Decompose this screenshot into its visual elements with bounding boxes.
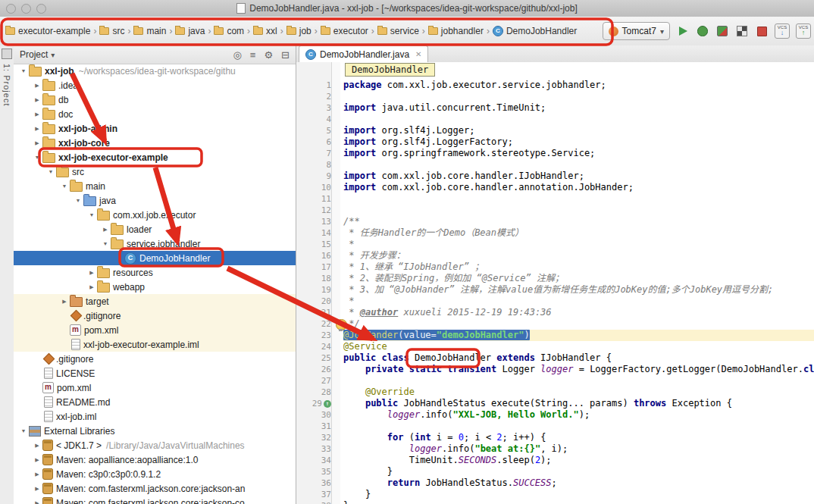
hide-panel-icon[interactable]: ⊟	[281, 49, 290, 61]
project-tool-button[interactable]: 1: Project	[2, 64, 11, 106]
tree-item-pom-xml[interactable]: mpom.xml	[14, 323, 296, 337]
code-line-text[interactable]: * 2、装配到Spring，例如加 “@Service” 注解；	[343, 273, 814, 284]
code-line-text[interactable]: * 开发步骤：	[343, 250, 814, 261]
tool-window-icon[interactable]	[2, 49, 12, 59]
tree-collapse-icon[interactable]: ▼	[18, 68, 29, 74]
gutter-cell[interactable]: 29↑	[296, 398, 334, 409]
zoom-window-button[interactable]	[36, 4, 46, 14]
code-line-text[interactable]: logger.info("XXL-JOB, Hello World.");	[343, 409, 814, 421]
gutter-cell[interactable]: 37	[296, 489, 334, 500]
tree-item-maven-aopalliance-aopalliance-1-0[interactable]: ▶Maven: aopalliance:aopalliance:1.0	[14, 452, 296, 467]
gutter-cell[interactable]: 9	[296, 171, 334, 182]
tree-expand-icon[interactable]: ▶	[86, 270, 97, 276]
gutter-cell[interactable]: 18	[296, 273, 334, 284]
tree-item-xxl-job[interactable]: ▼xxl-job~/workspaces/idea-git-workspace/…	[14, 64, 296, 78]
code-line-text[interactable]: }	[343, 489, 814, 500]
gutter-cell[interactable]: 26	[296, 364, 334, 375]
code-line-text[interactable]	[343, 159, 814, 171]
tree-item-demojobhandler[interactable]: CDemoJobHandler	[14, 251, 296, 265]
minimize-window-button[interactable]	[21, 4, 31, 14]
gutter-cell[interactable]: 27	[296, 375, 334, 387]
run-configuration-select[interactable]: Tomcat7 ▾	[603, 22, 670, 40]
code-line-text[interactable]: import com.xxl.job.core.handler.IJobHand…	[343, 171, 814, 182]
profiler-button[interactable]	[735, 24, 749, 38]
run-button[interactable]	[676, 24, 690, 38]
code-line-text[interactable]: @JobHander(value="demoJobHandler")	[343, 330, 814, 341]
tree-expand-icon[interactable]: ▶	[100, 227, 111, 233]
code-line-text[interactable]: import org.springframework.stereotype.Se…	[343, 148, 814, 159]
tree-collapse-icon[interactable]: ▼	[32, 155, 42, 160]
gutter-cell[interactable]: 22	[296, 318, 334, 330]
gutter-cell[interactable]: 17	[296, 261, 334, 273]
gutter-cell[interactable]: 20	[296, 296, 334, 307]
code-line-text[interactable]	[343, 114, 814, 125]
tree-collapse-icon[interactable]: ▼	[86, 212, 97, 218]
gutter-cell[interactable]: 32	[296, 432, 334, 443]
gutter-cell[interactable]: 30	[296, 409, 334, 421]
code-line-text[interactable]: for (int i = 0; i < 2; i++) {	[343, 432, 814, 443]
gutter-cell[interactable]: 14	[296, 227, 334, 239]
gutter-cell[interactable]: 31	[296, 421, 334, 432]
collapse-all-icon[interactable]: ≡	[250, 49, 256, 61]
tree-item-xxl-job-executor-example[interactable]: ▼xxl-job-executor-example	[14, 150, 296, 164]
tree-expand-icon[interactable]: ▶	[32, 457, 42, 463]
tree-item-jdk1-7[interactable]: ▶< JDK1.7 >/Library/Java/JavaVirtualMach…	[14, 438, 296, 452]
breadcrumb-item-executor-example[interactable]: executor-example	[3, 24, 92, 38]
code-area[interactable]: 1package com.xxl.job.executor.service.jo…	[296, 62, 814, 504]
code-line-text[interactable]: return JobHandleStatus.SUCCESS;	[343, 477, 814, 489]
gutter-cell[interactable]: 3	[296, 102, 334, 114]
code-line-text[interactable]: * @author xuxueli 2015-12-19 19:43:36	[343, 307, 814, 318]
gutter-cell[interactable]: 24	[296, 341, 334, 352]
tree-item-readme-md[interactable]: README.md	[14, 395, 296, 409]
code-line-text[interactable]: @Override	[343, 387, 814, 398]
tree-item-webapp[interactable]: ▶webapp	[14, 280, 296, 294]
tree-expand-icon[interactable]: ▶	[32, 97, 42, 103]
gutter-cell[interactable]: 11	[296, 193, 334, 205]
code-line-text[interactable]	[343, 205, 814, 216]
code-line-text[interactable]: import org.slf4j.LoggerFactory;	[343, 136, 814, 148]
tree-expand-icon[interactable]: ▶	[32, 126, 42, 132]
gutter-cell[interactable]: 34	[296, 455, 334, 466]
tree-collapse-icon[interactable]: ▼	[100, 241, 111, 246]
tree-item-gitignore[interactable]: .gitignore	[14, 352, 296, 366]
tree-expand-icon[interactable]: ▶	[86, 284, 97, 290]
tree-collapse-icon[interactable]: ▼	[59, 183, 70, 189]
code-line-text[interactable]: private static transient Logger logger =…	[343, 364, 814, 375]
gutter-cell[interactable]: 7	[296, 148, 334, 159]
code-line-text[interactable]: /**	[343, 216, 814, 227]
tree-item-gitignore[interactable]: .gitignore	[14, 308, 296, 323]
code-line-text[interactable]: package com.xxl.job.executor.service.job…	[343, 80, 814, 91]
tree-item-com-xxl-job-executor[interactable]: ▼com.xxl.job.executor	[14, 208, 296, 222]
gutter-cell[interactable]: 1	[296, 80, 334, 91]
code-line-text[interactable]: *	[343, 239, 814, 250]
gutter-cell[interactable]: 28	[296, 387, 334, 398]
vcs-commit-button[interactable]: VCS ↑	[796, 23, 811, 39]
override-marker-icon[interactable]: ↑	[324, 400, 331, 408]
gutter-cell[interactable]: 8	[296, 159, 334, 171]
tree-item-db[interactable]: ▶db	[14, 92, 296, 107]
code-line-text[interactable]: import com.xxl.job.core.handler.annotati…	[343, 182, 814, 193]
gutter-cell[interactable]: 5	[296, 125, 334, 136]
tree-collapse-icon[interactable]: ▼	[18, 428, 29, 434]
tree-expand-icon[interactable]: ▶	[32, 443, 42, 449]
gutter-cell[interactable]: 33	[296, 443, 334, 455]
gutter-cell[interactable]: 15	[296, 239, 334, 250]
gutter-cell[interactable]: 35	[296, 466, 334, 477]
intention-bulb-icon[interactable]	[336, 319, 347, 330]
tree-item-xxl-job-admin[interactable]: ▶xxl-job-admin	[14, 121, 296, 136]
tree-item-maven-com-fasterxml-jackson-core-jackson-an[interactable]: ▶Maven: com.fasterxml.jackson.core:jacks…	[14, 481, 296, 496]
gutter-cell[interactable]: 16	[296, 250, 334, 261]
vcs-update-button[interactable]: VCS ↓	[775, 23, 790, 39]
code-line-text[interactable]: TimeUnit.SECONDS.sleep(2);	[343, 455, 814, 466]
code-line-text[interactable]: * 任务Handler的一个Demo（Bean模式）	[343, 227, 814, 239]
breadcrumb-item-java[interactable]: java	[173, 24, 207, 38]
tree-expand-icon[interactable]: ▶	[32, 111, 42, 117]
code-line-text[interactable]: import org.slf4j.Logger;	[343, 125, 814, 136]
code-line-text[interactable]: */	[343, 318, 814, 330]
gutter-cell[interactable]: 36	[296, 477, 334, 489]
gutter-cell[interactable]: 10	[296, 182, 334, 193]
tree-collapse-icon[interactable]: ▼	[45, 169, 56, 174]
code-line-text[interactable]: @Service	[343, 341, 814, 352]
gutter-cell[interactable]: 23	[296, 330, 334, 341]
breadcrumb-item-service[interactable]: service	[375, 24, 421, 38]
